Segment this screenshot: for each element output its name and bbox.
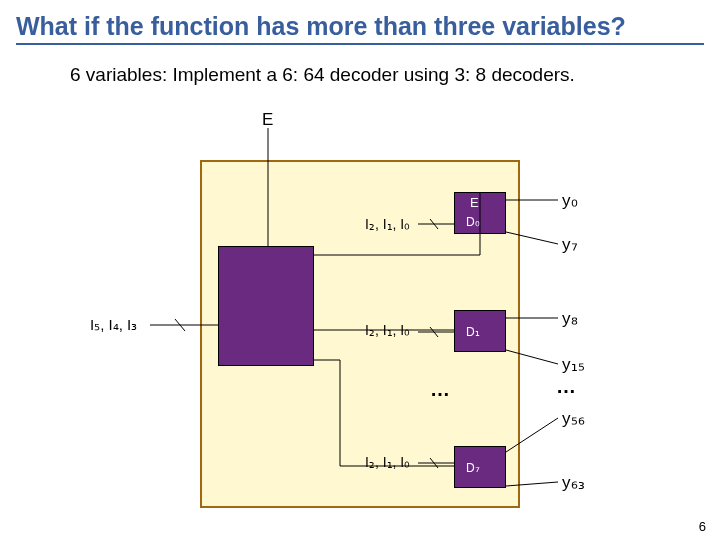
sub-d1-inputs: I₂, I₁, I₀ bbox=[365, 322, 410, 338]
page-number: 6 bbox=[699, 519, 706, 534]
output-y8: y₈ bbox=[562, 308, 578, 329]
sub-decoder-d7 bbox=[454, 446, 506, 488]
output-y56: y₅₆ bbox=[562, 408, 585, 429]
sub-decoder-d0 bbox=[454, 192, 506, 234]
output-y63: y₆₃ bbox=[562, 472, 585, 493]
output-y0: y₀ bbox=[562, 190, 578, 211]
page-title: What if the function has more than three… bbox=[16, 12, 704, 45]
sub-d7-id: D₇ bbox=[466, 461, 480, 475]
output-y7: y₇ bbox=[562, 234, 578, 255]
sub-decoder-d1 bbox=[454, 310, 506, 352]
main-3to8-decoder bbox=[218, 246, 314, 366]
sub-d0-enable-label: E bbox=[470, 195, 479, 210]
sub-d7-inputs: I₂, I₁, I₀ bbox=[365, 454, 410, 470]
sub-d0-id: D₀ bbox=[466, 215, 480, 229]
enable-label: E bbox=[262, 110, 273, 130]
sub-d0-inputs: I₂, I₁, I₀ bbox=[365, 216, 410, 232]
subtitle: 6 variables: Implement a 6: 64 decoder u… bbox=[70, 64, 575, 86]
svg-line-2 bbox=[175, 319, 185, 331]
sub-d1-id: D₁ bbox=[466, 325, 480, 339]
sub-decoder-ellipsis: … bbox=[430, 378, 450, 401]
output-y15: y₁₅ bbox=[562, 354, 585, 375]
input-high-bits: I₅, I₄, I₃ bbox=[90, 316, 137, 334]
output-ellipsis: … bbox=[556, 375, 576, 398]
